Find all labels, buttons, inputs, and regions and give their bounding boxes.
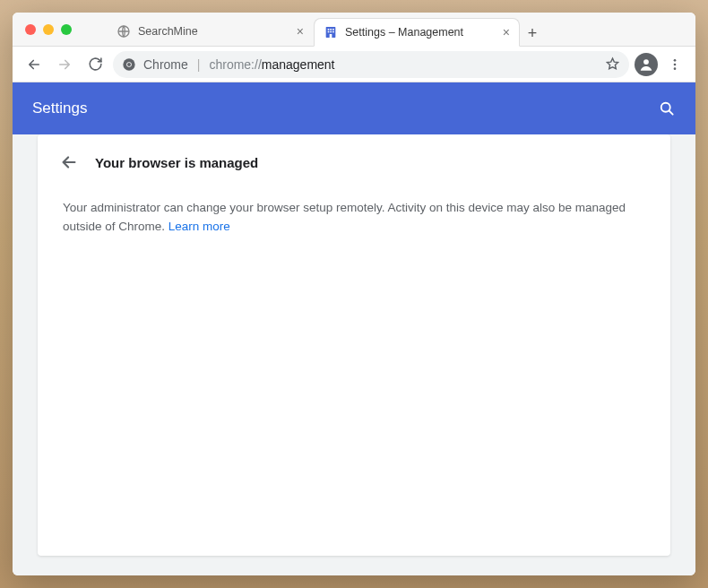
toolbar: Chrome | chrome://management — [13, 47, 695, 82]
tab-label: SearchMine — [138, 25, 289, 38]
card-body: Your administrator can change your brows… — [38, 190, 670, 258]
svg-rect-8 — [330, 34, 332, 38]
minimize-window-button[interactable] — [43, 24, 54, 35]
management-card: Your browser is managed Your administrat… — [38, 134, 670, 556]
svg-rect-4 — [332, 29, 334, 30]
maximize-window-button[interactable] — [61, 24, 72, 35]
svg-rect-3 — [330, 29, 332, 30]
settings-header: Settings — [13, 82, 695, 134]
svg-rect-2 — [328, 29, 330, 30]
body-text: Your administrator can change your brows… — [63, 201, 626, 233]
browser-window: SearchMine × Settings – Management × + — [13, 13, 695, 575]
svg-rect-6 — [330, 31, 332, 33]
building-icon — [324, 25, 338, 39]
svg-point-15 — [674, 67, 677, 70]
tab-strip: SearchMine × Settings – Management × + — [108, 13, 688, 46]
page-title: Settings — [32, 99, 87, 117]
tab-label: Settings – Management — [345, 26, 496, 39]
titlebar: SearchMine × Settings – Management × + — [13, 13, 695, 47]
close-tab-icon[interactable]: × — [503, 26, 510, 39]
chrome-product-icon — [122, 57, 136, 72]
profile-avatar[interactable] — [635, 53, 658, 76]
svg-point-14 — [674, 63, 677, 65]
back-arrow-icon[interactable] — [59, 152, 79, 172]
svg-point-13 — [674, 59, 677, 62]
svg-point-11 — [127, 63, 131, 66]
site-chip-label: Chrome — [143, 57, 188, 72]
kebab-menu-icon[interactable] — [663, 53, 686, 76]
svg-rect-7 — [332, 31, 334, 33]
back-button[interactable] — [22, 52, 47, 77]
card-title: Your browser is managed — [95, 155, 258, 170]
learn-more-link[interactable]: Learn more — [168, 220, 230, 233]
window-controls — [25, 24, 72, 35]
content-area: Your browser is managed Your administrat… — [13, 134, 695, 575]
card-header: Your browser is managed — [38, 134, 670, 190]
close-tab-icon[interactable]: × — [297, 25, 304, 38]
new-tab-button[interactable]: + — [520, 21, 545, 46]
address-bar[interactable]: Chrome | chrome://management — [113, 51, 629, 78]
url-text: chrome://management — [209, 57, 596, 72]
close-window-button[interactable] — [25, 24, 36, 35]
tab-settings-management[interactable]: Settings – Management × — [314, 18, 520, 47]
divider: | — [197, 57, 201, 72]
tab-searchmine[interactable]: SearchMine × — [108, 17, 314, 46]
svg-rect-5 — [328, 31, 330, 33]
search-icon[interactable] — [658, 99, 676, 117]
bookmark-star-icon[interactable] — [605, 56, 620, 72]
reload-button[interactable] — [82, 52, 108, 77]
site-chip[interactable]: Chrome — [122, 57, 188, 72]
forward-button[interactable] — [52, 52, 77, 77]
svg-point-12 — [643, 59, 649, 65]
globe-icon — [117, 24, 131, 39]
